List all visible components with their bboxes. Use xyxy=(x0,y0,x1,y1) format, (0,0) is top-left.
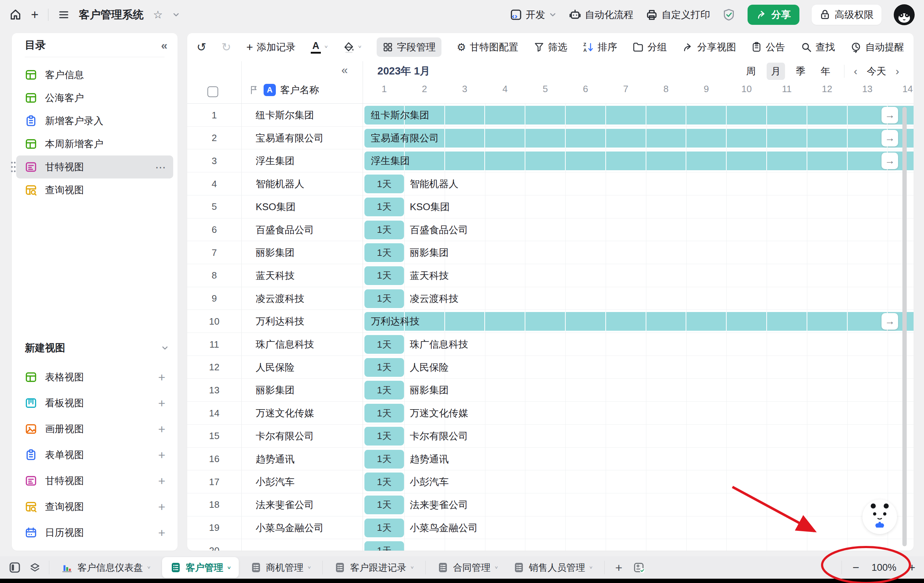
table-row[interactable]: 3 浮生集团 xyxy=(187,149,363,172)
sidebar-item-看板视图[interactable]: 看板视图+ xyxy=(16,390,173,416)
custom-print-button[interactable]: 自定义打印 xyxy=(646,8,710,21)
customer-name[interactable]: 丽影集团 xyxy=(256,241,295,264)
zoom-in-button[interactable]: + xyxy=(909,561,915,574)
bottom-tab-合同管理[interactable]: 合同管理 ˅ xyxy=(434,562,502,574)
table-stack-icon[interactable] xyxy=(29,562,41,574)
gantt-bar-1day[interactable]: 1天 xyxy=(365,243,404,262)
redo-button[interactable]: ↻ xyxy=(221,40,231,54)
select-all-checkbox[interactable] xyxy=(208,86,218,97)
sidebar-item-画册视图[interactable]: 画册视图+ xyxy=(16,416,173,442)
jump-to-end-button[interactable]: → xyxy=(881,313,898,329)
gantt-config-button[interactable]: ⚙甘特图配置 xyxy=(457,41,518,54)
gantt-bar-1day[interactable]: 1天 xyxy=(365,404,404,423)
gantt-bar-1day[interactable]: 1天 xyxy=(365,381,404,399)
table-row[interactable]: 15 卡尔有限公司 xyxy=(187,424,363,448)
record-check-icon[interactable] xyxy=(633,562,645,574)
gantt-bar-1day[interactable]: 1天 xyxy=(365,358,404,377)
bottom-tab-商机管理[interactable]: 商机管理 ˅ xyxy=(247,562,315,574)
sidebar-item-本周新增客户[interactable]: 本周新增客户 xyxy=(16,132,173,155)
customer-name[interactable]: 小彭汽车 xyxy=(256,470,295,493)
undo-button[interactable]: ↺ xyxy=(196,40,206,54)
scale-周[interactable]: 周 xyxy=(742,63,760,80)
table-row[interactable]: 1 纽卡斯尔集团 xyxy=(187,103,363,127)
announcement-button[interactable]: 公告 xyxy=(751,41,785,54)
sidebar-item-查询视图[interactable]: 查询视图 xyxy=(16,178,173,201)
sidebar-item-表单视图[interactable]: 表单视图+ xyxy=(16,442,173,468)
customer-name[interactable]: 万利达科技 xyxy=(256,310,304,333)
bottom-tab-客户信息仪表盘[interactable]: 客户信息仪表盘 ˅ xyxy=(57,562,154,574)
table-row[interactable]: 13 丽影集团 xyxy=(187,378,363,402)
bottom-tab-客户跟进记录[interactable]: 客户跟进记录 ˅ xyxy=(330,562,417,574)
customer-name[interactable]: 百盛食品公司 xyxy=(256,219,314,242)
customer-name[interactable]: 蓝天科技 xyxy=(256,264,295,287)
gantt-bar-full[interactable]: 浮生集团 xyxy=(365,152,914,170)
dev-menu[interactable]: 开发 xyxy=(510,8,557,21)
assistant-mascot[interactable] xyxy=(863,499,897,534)
zoom-out-button[interactable]: − xyxy=(853,561,860,574)
table-row[interactable]: 4 智能机器人 xyxy=(187,172,363,195)
sidebar-item-甘特视图[interactable]: 甘特视图⋯ xyxy=(16,155,173,178)
table-row[interactable]: 20 xyxy=(187,539,363,551)
gantt-bar-1day[interactable]: 1天 xyxy=(365,541,404,551)
jump-to-end-button[interactable]: → xyxy=(881,153,898,169)
table-row[interactable]: 11 珠广信息科技 xyxy=(187,333,363,356)
add-view-icon[interactable]: + xyxy=(158,474,165,488)
add-view-icon[interactable]: + xyxy=(158,370,165,384)
table-row[interactable]: 18 法来斐雀公司 xyxy=(187,493,363,516)
add-view-icon[interactable]: + xyxy=(158,448,165,462)
customer-name[interactable]: 纽卡斯尔集团 xyxy=(256,104,314,127)
customer-name[interactable]: 凌云渡科技 xyxy=(256,287,304,310)
customer-name[interactable]: 卡尔有限公司 xyxy=(256,425,314,448)
home-icon[interactable] xyxy=(9,9,21,21)
table-row[interactable]: 19 小菜鸟金融公司 xyxy=(187,516,363,539)
advanced-permissions-button[interactable]: 高级权限 xyxy=(812,5,881,25)
chevron-down-icon[interactable] xyxy=(172,11,180,19)
gantt-bar-1day[interactable]: 1天 xyxy=(365,473,404,491)
gantt-bar-1day[interactable]: 1天 xyxy=(365,496,404,514)
column-header[interactable]: 客户名称 xyxy=(280,84,319,96)
drag-handle-icon[interactable] xyxy=(10,160,16,173)
customer-name[interactable]: 万迷文化传媒 xyxy=(256,402,314,425)
find-button[interactable]: 查找 xyxy=(800,41,835,54)
customer-name[interactable]: KSO集团 xyxy=(256,195,295,219)
menu-icon[interactable] xyxy=(58,9,69,20)
table-row[interactable]: 9 凌云渡科技 xyxy=(187,287,363,310)
scale-年[interactable]: 年 xyxy=(816,63,835,80)
gantt-bar-1day[interactable]: 1天 xyxy=(365,175,404,193)
sidebar-item-表格视图[interactable]: 表格视图+ xyxy=(16,364,173,390)
sidebar-item-客户信息[interactable]: 客户信息 xyxy=(16,63,173,86)
next-period-button[interactable]: › xyxy=(896,65,899,77)
sort-button[interactable]: ZA排序 xyxy=(582,41,617,54)
gantt-bar-full[interactable]: 万利达科技 xyxy=(365,312,914,331)
table-row[interactable]: 10 万利达科技 xyxy=(187,310,363,333)
table-row[interactable]: 8 蓝天科技 xyxy=(187,264,363,287)
table-row[interactable]: 2 宝易通有限公司 xyxy=(187,126,363,150)
customer-name[interactable]: 人民保险 xyxy=(256,356,295,379)
sidebar-item-甘特视图[interactable]: 甘特视图+ xyxy=(16,468,173,494)
customer-name[interactable]: 小菜鸟金融公司 xyxy=(256,516,324,539)
prev-period-button[interactable]: ‹ xyxy=(854,65,857,77)
sidebar-item-公海客户[interactable]: 公海客户 xyxy=(16,86,173,109)
sidebar-collapse-icon[interactable]: « xyxy=(161,39,167,52)
jump-to-end-button[interactable]: → xyxy=(881,107,898,124)
customer-name[interactable]: 浮生集团 xyxy=(256,149,295,172)
more-icon[interactable]: ⋯ xyxy=(155,161,167,173)
sidebar-item-日历视图[interactable]: 日历视图+ xyxy=(16,520,173,545)
gantt-bar-full[interactable]: 纽卡斯尔集团 xyxy=(365,106,914,125)
table-row[interactable]: 16 趋势通讯 xyxy=(187,447,363,471)
customer-name[interactable]: 智能机器人 xyxy=(256,172,304,195)
star-icon[interactable]: ☆ xyxy=(153,9,163,20)
add-view-icon[interactable]: + xyxy=(158,526,165,540)
avatar[interactable] xyxy=(894,4,915,25)
new-view-header[interactable]: 新建视图 xyxy=(25,341,65,355)
group-button[interactable]: 分组 xyxy=(632,41,667,54)
gantt-bar-1day[interactable]: 1天 xyxy=(365,450,404,469)
gantt-bar-1day[interactable]: 1天 xyxy=(365,198,404,216)
table-row[interactable]: 14 万迷文化传媒 xyxy=(187,401,363,425)
scale-季[interactable]: 季 xyxy=(792,63,810,80)
today-button[interactable]: 今天 xyxy=(867,65,886,78)
customer-name[interactable]: 宝易通有限公司 xyxy=(256,127,324,150)
add-record-button[interactable]: +添加记录 xyxy=(246,41,295,54)
customer-name[interactable]: 法来斐雀公司 xyxy=(256,493,314,516)
table-row[interactable]: 5 KSO集团 xyxy=(187,195,363,219)
